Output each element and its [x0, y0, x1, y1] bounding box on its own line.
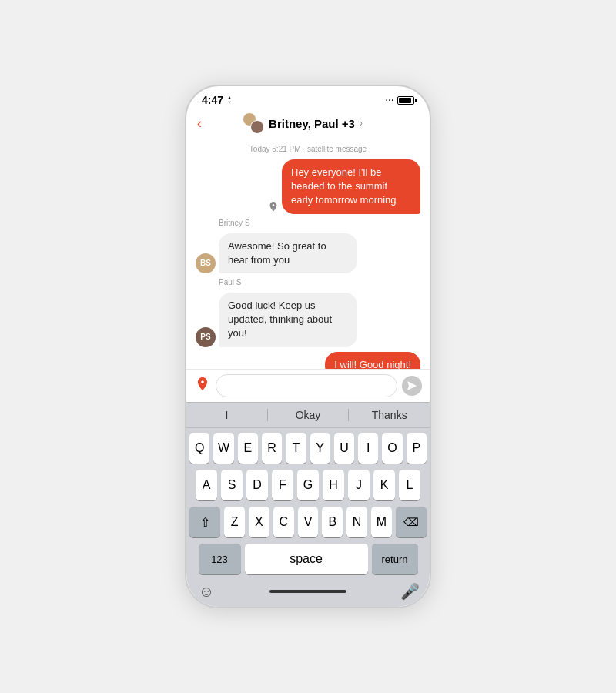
key-M[interactable]: M [371, 507, 392, 537]
signal-dots: ··· [386, 96, 394, 105]
key-row-3: ⇧ Z X C V B N M ⌫ [189, 507, 427, 537]
key-row-2: A S D F G H J K L [189, 470, 427, 500]
key-P[interactable]: P [407, 433, 427, 464]
location-status-icon [226, 96, 233, 104]
key-U[interactable]: U [334, 433, 354, 464]
svg-marker-0 [228, 96, 231, 99]
avatar-paul: PS [196, 327, 216, 347]
key-J[interactable]: J [348, 470, 370, 500]
key-row-bottom: 123 space return [189, 544, 427, 574]
key-O[interactable]: O [382, 433, 402, 464]
keyboard: Q W E R T Y U I O P A S D F G H J K L ⇧ … [186, 428, 430, 578]
nav-center[interactable]: Britney, Paul +3 › [243, 112, 363, 134]
chat-area: Today 5:21 PM · satellite message Hey ev… [186, 140, 430, 369]
sender-name-britney: Britney S [219, 219, 420, 227]
key-return[interactable]: return [372, 544, 418, 574]
key-space[interactable]: space [245, 544, 368, 574]
key-backspace[interactable]: ⌫ [396, 507, 427, 537]
nav-chevron-icon: › [360, 118, 363, 129]
chat-title[interactable]: Britney, Paul +3 [269, 117, 355, 130]
bubble-out-2: I will! Good night! [325, 352, 420, 370]
key-T[interactable]: T [286, 433, 306, 464]
emoji-button[interactable]: ☺ [196, 581, 217, 602]
message-in-paul: PS Good luck! Keep us updated, thinking … [196, 293, 420, 347]
predictive-item-1[interactable]: I [186, 409, 267, 421]
key-S[interactable]: S [221, 470, 243, 500]
key-L[interactable]: L [399, 470, 420, 500]
bubble-out-1: Hey everyone! I'll be headed to the summ… [282, 159, 420, 214]
key-row-1: Q W E R T Y U I O P [189, 433, 427, 464]
back-button[interactable]: ‹ [197, 116, 202, 132]
timestamp-1: Today 5:21 PM · satellite message [196, 145, 420, 153]
phone-frame: 4:47 ··· ‹ Britney, Paul +3 › [185, 85, 431, 608]
status-bar: 4:47 ··· [186, 86, 430, 109]
key-A[interactable]: A [196, 470, 217, 500]
key-Y[interactable]: Y [310, 433, 330, 464]
battery-icon [397, 96, 414, 105]
key-Q[interactable]: Q [189, 433, 209, 464]
key-R[interactable]: R [262, 433, 282, 464]
key-123[interactable]: 123 [199, 544, 241, 574]
nav-header: ‹ Britney, Paul +3 › [186, 109, 430, 140]
message-in-britney: BS Awesome! So great to hear from you [196, 233, 420, 273]
key-shift[interactable]: ⇧ [189, 507, 220, 537]
keyboard-bottom: ☺ 🎤 [186, 578, 430, 607]
avatar-2 [250, 120, 264, 134]
input-area [186, 369, 430, 402]
key-B[interactable]: B [322, 507, 343, 537]
sender-name-paul: Paul S [219, 278, 420, 286]
bubble-in-1: Awesome! So great to hear from you [219, 233, 357, 273]
input-location-button[interactable] [194, 377, 211, 394]
key-I[interactable]: I [358, 433, 378, 464]
key-Z[interactable]: Z [224, 507, 245, 537]
status-icons: ··· [386, 96, 414, 105]
bubble-in-2: Good luck! Keep us updated, thinking abo… [219, 293, 357, 347]
key-V[interactable]: V [298, 507, 319, 537]
avatar-britney: BS [196, 253, 216, 273]
key-E[interactable]: E [238, 433, 258, 464]
send-button[interactable] [402, 376, 422, 396]
message-input[interactable] [216, 374, 397, 397]
home-indicator [270, 590, 346, 593]
microphone-button[interactable]: 🎤 [399, 581, 420, 602]
key-F[interactable]: F [272, 470, 293, 500]
predictive-item-2[interactable]: Okay [268, 409, 349, 421]
svg-marker-1 [228, 101, 231, 104]
key-D[interactable]: D [246, 470, 268, 500]
key-H[interactable]: H [323, 470, 344, 500]
key-W[interactable]: W [213, 433, 233, 464]
key-X[interactable]: X [249, 507, 270, 537]
predictive-bar: I Okay Thanks [186, 402, 430, 428]
key-K[interactable]: K [373, 470, 395, 500]
location-pin-icon [268, 202, 279, 214]
key-C[interactable]: C [273, 507, 294, 537]
send-icon [407, 381, 417, 390]
key-N[interactable]: N [346, 507, 367, 537]
predictive-item-3[interactable]: Thanks [349, 409, 430, 421]
input-pin-icon [196, 377, 209, 394]
status-time: 4:47 [202, 94, 223, 106]
svg-marker-2 [407, 381, 417, 390]
message-out-2: I will! Good night! [196, 352, 420, 370]
message-out-1: Hey everyone! I'll be headed to the summ… [196, 159, 420, 214]
key-G[interactable]: G [297, 470, 319, 500]
group-avatar [243, 112, 264, 134]
